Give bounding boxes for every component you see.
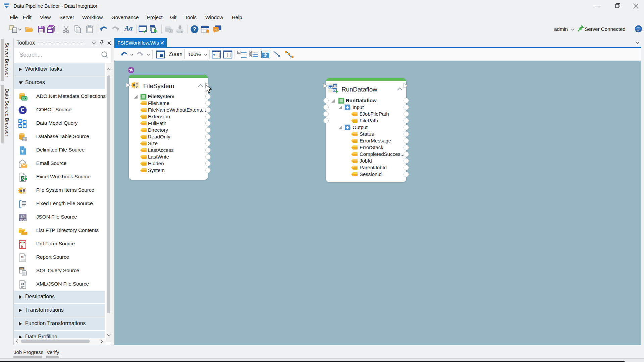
svg-text:<>: <> xyxy=(21,282,25,286)
svg-text:<>: <> xyxy=(23,97,26,100)
svg-text:SQL: SQL xyxy=(20,267,24,269)
svg-text:C: C xyxy=(21,107,25,113)
svg-text:PDF: PDF xyxy=(20,241,25,244)
svg-text:AI: AI xyxy=(215,28,217,31)
svg-text:?: ? xyxy=(193,26,196,33)
svg-text:JSON: JSON xyxy=(19,219,26,221)
svg-text:X: X xyxy=(21,177,24,180)
svg-text:{:}: {:} xyxy=(21,215,24,218)
